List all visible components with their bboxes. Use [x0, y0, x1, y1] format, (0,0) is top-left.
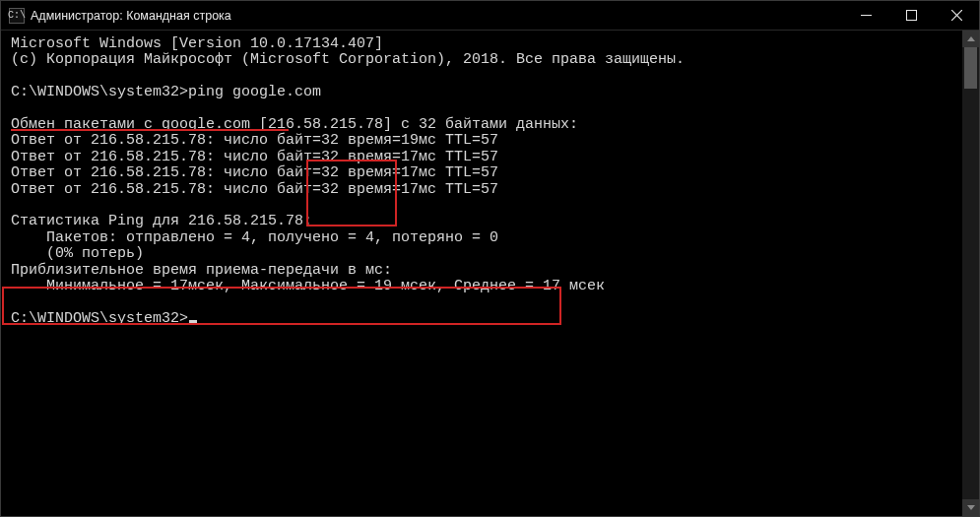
svg-rect-1: [906, 11, 916, 21]
scrollbar-up-button[interactable]: [962, 31, 979, 47]
version-line: Microsoft Windows [Version 10.0.17134.40…: [11, 35, 383, 52]
prompt-1-command: ping google.com: [188, 84, 321, 100]
reply-2-prefix: Ответ от 216.58.215.78: число байт=32: [11, 164, 348, 181]
prompt-1-prefix: C:\WINDOWS\system32>: [11, 84, 188, 100]
console-output[interactable]: Microsoft Windows [Version 10.0.17134.40…: [1, 31, 962, 516]
scrollbar-down-button[interactable]: [962, 499, 979, 516]
window-title: Администратор: Командная строка: [31, 9, 843, 23]
reply-0-prefix: Ответ от 216.58.215.78: число байт=32: [11, 132, 348, 149]
stats-packets: Пакетов: отправлено = 4, получено = 4, п…: [11, 229, 498, 246]
reply-0-time: время=19мс: [348, 132, 436, 149]
minimize-button[interactable]: [843, 1, 888, 30]
reply-1-suffix: TTL=57: [436, 149, 498, 165]
reply-2-suffix: TTL=57: [436, 164, 498, 181]
rtt-header: Приблизительное время приема-передачи в …: [11, 262, 392, 279]
window-controls: [843, 1, 979, 30]
stats-loss: (0% потерь): [11, 245, 144, 262]
copyright-line: (c) Корпорация Майкрософт (Microsoft Cor…: [11, 51, 685, 68]
reply-1-prefix: Ответ от 216.58.215.78: число байт=32: [11, 149, 348, 165]
titlebar[interactable]: C:\ Администратор: Командная строка: [1, 1, 979, 31]
reply-3-prefix: Ответ от 216.58.215.78: число байт=32: [11, 181, 348, 198]
reply-0-suffix: TTL=57: [436, 132, 498, 149]
maximize-button[interactable]: [888, 1, 934, 30]
annotation-box-times: [306, 160, 397, 226]
scrollbar-thumb[interactable]: [964, 47, 977, 89]
vertical-scrollbar[interactable]: [962, 31, 979, 516]
cmd-icon: C:\: [9, 8, 25, 24]
annotation-underline-command: [11, 129, 289, 131]
close-button[interactable]: [934, 1, 979, 30]
command-prompt-window: C:\ Администратор: Командная строка Micr…: [0, 0, 980, 517]
stats-header: Статистика Ping для 216.58.215.78:: [11, 213, 312, 229]
client-area: Microsoft Windows [Version 10.0.17134.40…: [1, 31, 979, 516]
reply-3-suffix: TTL=57: [436, 181, 498, 198]
annotation-box-rtt: [2, 287, 561, 325]
